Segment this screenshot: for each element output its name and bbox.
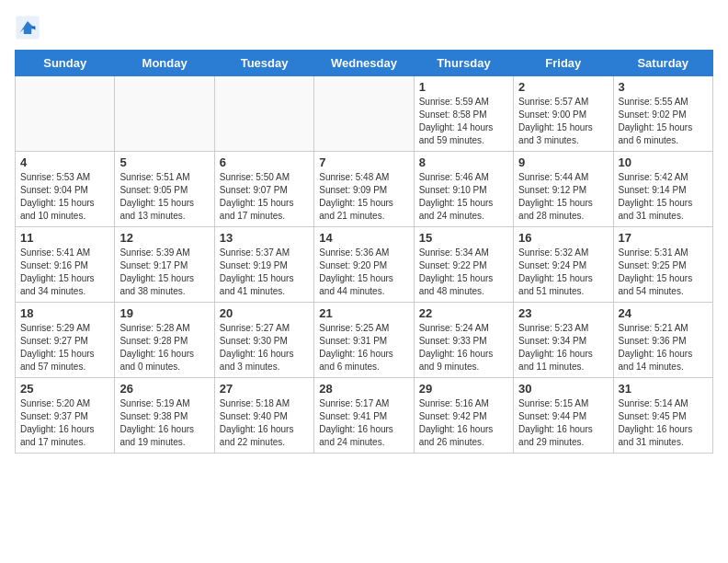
calendar-header-row: SundayMondayTuesdayWednesdayThursdayFrid…	[16, 51, 713, 76]
day-number: 6	[220, 155, 309, 169]
day-number: 16	[518, 231, 608, 245]
calendar-day-cell: 15Sunrise: 5:34 AM Sunset: 9:22 PM Dayli…	[414, 227, 513, 303]
day-info: Sunrise: 5:15 AM Sunset: 9:44 PM Dayligh…	[518, 397, 608, 449]
calendar-day-cell: 2Sunrise: 5:57 AM Sunset: 9:00 PM Daylig…	[514, 76, 613, 152]
day-of-week-header: Saturday	[613, 51, 712, 76]
calendar-day-cell: 18Sunrise: 5:29 AM Sunset: 9:27 PM Dayli…	[16, 303, 115, 378]
day-info: Sunrise: 5:36 AM Sunset: 9:20 PM Dayligh…	[319, 247, 408, 298]
logo-icon	[15, 15, 40, 40]
day-info: Sunrise: 5:18 AM Sunset: 9:40 PM Dayligh…	[220, 397, 309, 449]
day-info: Sunrise: 5:37 AM Sunset: 9:19 PM Dayligh…	[220, 247, 309, 298]
calendar-day-cell: 30Sunrise: 5:15 AM Sunset: 9:44 PM Dayli…	[514, 378, 613, 454]
day-number: 21	[319, 306, 408, 320]
day-info: Sunrise: 5:59 AM Sunset: 8:58 PM Dayligh…	[419, 96, 508, 147]
calendar-day-cell: 3Sunrise: 5:55 AM Sunset: 9:02 PM Daylig…	[613, 76, 712, 152]
day-number: 31	[619, 382, 708, 396]
day-info: Sunrise: 5:20 AM Sunset: 9:37 PM Dayligh…	[20, 397, 109, 449]
day-number: 25	[20, 382, 109, 396]
day-info: Sunrise: 5:48 AM Sunset: 9:09 PM Dayligh…	[319, 171, 408, 223]
calendar-day-cell: 4Sunrise: 5:53 AM Sunset: 9:04 PM Daylig…	[16, 152, 115, 227]
calendar-day-cell: 20Sunrise: 5:27 AM Sunset: 9:30 PM Dayli…	[214, 303, 313, 378]
calendar-week-row: 11Sunrise: 5:41 AM Sunset: 9:16 PM Dayli…	[16, 227, 713, 303]
calendar-day-cell: 13Sunrise: 5:37 AM Sunset: 9:19 PM Dayli…	[214, 227, 313, 303]
day-info: Sunrise: 5:42 AM Sunset: 9:14 PM Dayligh…	[619, 171, 708, 223]
calendar-week-row: 4Sunrise: 5:53 AM Sunset: 9:04 PM Daylig…	[16, 152, 713, 227]
day-info: Sunrise: 5:50 AM Sunset: 9:07 PM Dayligh…	[220, 171, 309, 223]
day-number: 9	[518, 155, 608, 169]
day-number: 22	[419, 306, 508, 320]
calendar-day-cell: 6Sunrise: 5:50 AM Sunset: 9:07 PM Daylig…	[214, 152, 313, 227]
calendar-day-cell: 14Sunrise: 5:36 AM Sunset: 9:20 PM Dayli…	[314, 227, 414, 303]
day-number: 4	[20, 155, 109, 169]
day-number: 28	[319, 382, 408, 396]
day-info: Sunrise: 5:17 AM Sunset: 9:41 PM Dayligh…	[319, 397, 408, 449]
day-info: Sunrise: 5:55 AM Sunset: 9:02 PM Dayligh…	[619, 96, 708, 147]
day-number: 3	[619, 80, 708, 94]
day-number: 11	[20, 231, 109, 245]
day-number: 13	[220, 231, 309, 245]
calendar-day-cell: 24Sunrise: 5:21 AM Sunset: 9:36 PM Dayli…	[613, 303, 712, 378]
day-number: 5	[119, 155, 209, 169]
calendar-day-cell: 29Sunrise: 5:16 AM Sunset: 9:42 PM Dayli…	[414, 378, 513, 454]
calendar-day-cell: 27Sunrise: 5:18 AM Sunset: 9:40 PM Dayli…	[214, 378, 313, 454]
calendar-day-cell: 12Sunrise: 5:39 AM Sunset: 9:17 PM Dayli…	[115, 227, 214, 303]
day-number: 29	[419, 382, 508, 396]
calendar-week-row: 25Sunrise: 5:20 AM Sunset: 9:37 PM Dayli…	[16, 378, 713, 454]
day-info: Sunrise: 5:57 AM Sunset: 9:00 PM Dayligh…	[518, 96, 608, 147]
day-info: Sunrise: 5:14 AM Sunset: 9:45 PM Dayligh…	[619, 397, 708, 449]
day-of-week-header: Tuesday	[214, 51, 313, 76]
day-number: 1	[419, 80, 508, 94]
day-info: Sunrise: 5:41 AM Sunset: 9:16 PM Dayligh…	[20, 247, 109, 298]
day-number: 26	[119, 382, 209, 396]
day-info: Sunrise: 5:39 AM Sunset: 9:17 PM Dayligh…	[119, 247, 209, 298]
day-info: Sunrise: 5:19 AM Sunset: 9:38 PM Dayligh…	[119, 397, 209, 449]
calendar-day-cell	[314, 76, 414, 152]
day-of-week-header: Friday	[514, 51, 613, 76]
logo	[15, 15, 42, 40]
calendar-day-cell: 7Sunrise: 5:48 AM Sunset: 9:09 PM Daylig…	[314, 152, 414, 227]
day-info: Sunrise: 5:46 AM Sunset: 9:10 PM Dayligh…	[419, 171, 508, 223]
calendar-day-cell	[115, 76, 214, 152]
calendar-day-cell: 26Sunrise: 5:19 AM Sunset: 9:38 PM Dayli…	[115, 378, 214, 454]
day-info: Sunrise: 5:31 AM Sunset: 9:25 PM Dayligh…	[619, 247, 708, 298]
day-info: Sunrise: 5:25 AM Sunset: 9:31 PM Dayligh…	[319, 322, 408, 373]
day-of-week-header: Sunday	[16, 51, 115, 76]
calendar-day-cell: 28Sunrise: 5:17 AM Sunset: 9:41 PM Dayli…	[314, 378, 414, 454]
day-number: 20	[220, 306, 309, 320]
day-info: Sunrise: 5:27 AM Sunset: 9:30 PM Dayligh…	[220, 322, 309, 373]
day-number: 30	[518, 382, 608, 396]
day-info: Sunrise: 5:34 AM Sunset: 9:22 PM Dayligh…	[419, 247, 508, 298]
calendar-day-cell: 11Sunrise: 5:41 AM Sunset: 9:16 PM Dayli…	[16, 227, 115, 303]
day-number: 24	[619, 306, 708, 320]
day-info: Sunrise: 5:51 AM Sunset: 9:05 PM Dayligh…	[119, 171, 209, 223]
day-number: 12	[119, 231, 209, 245]
day-info: Sunrise: 5:23 AM Sunset: 9:34 PM Dayligh…	[518, 322, 608, 373]
calendar-day-cell: 23Sunrise: 5:23 AM Sunset: 9:34 PM Dayli…	[514, 303, 613, 378]
day-info: Sunrise: 5:21 AM Sunset: 9:36 PM Dayligh…	[619, 322, 708, 373]
day-of-week-header: Monday	[115, 51, 214, 76]
day-number: 8	[419, 155, 508, 169]
calendar-day-cell: 22Sunrise: 5:24 AM Sunset: 9:33 PM Dayli…	[414, 303, 513, 378]
day-number: 7	[319, 155, 408, 169]
day-number: 19	[119, 306, 209, 320]
day-number: 27	[220, 382, 309, 396]
day-info: Sunrise: 5:44 AM Sunset: 9:12 PM Dayligh…	[518, 171, 608, 223]
calendar-day-cell: 5Sunrise: 5:51 AM Sunset: 9:05 PM Daylig…	[115, 152, 214, 227]
calendar-day-cell: 8Sunrise: 5:46 AM Sunset: 9:10 PM Daylig…	[414, 152, 513, 227]
day-info: Sunrise: 5:53 AM Sunset: 9:04 PM Dayligh…	[20, 171, 109, 223]
day-number: 18	[20, 306, 109, 320]
calendar-week-row: 18Sunrise: 5:29 AM Sunset: 9:27 PM Dayli…	[16, 303, 713, 378]
calendar-day-cell: 21Sunrise: 5:25 AM Sunset: 9:31 PM Dayli…	[314, 303, 414, 378]
day-of-week-header: Wednesday	[314, 51, 414, 76]
calendar-day-cell: 10Sunrise: 5:42 AM Sunset: 9:14 PM Dayli…	[613, 152, 712, 227]
day-info: Sunrise: 5:29 AM Sunset: 9:27 PM Dayligh…	[20, 322, 109, 373]
page-header	[15, 15, 713, 40]
calendar-day-cell	[214, 76, 313, 152]
day-number: 15	[419, 231, 508, 245]
day-number: 10	[619, 155, 708, 169]
day-info: Sunrise: 5:32 AM Sunset: 9:24 PM Dayligh…	[518, 247, 608, 298]
day-info: Sunrise: 5:28 AM Sunset: 9:28 PM Dayligh…	[119, 322, 209, 373]
calendar-table: SundayMondayTuesdayWednesdayThursdayFrid…	[15, 50, 713, 454]
day-number: 17	[619, 231, 708, 245]
calendar-day-cell: 16Sunrise: 5:32 AM Sunset: 9:24 PM Dayli…	[514, 227, 613, 303]
